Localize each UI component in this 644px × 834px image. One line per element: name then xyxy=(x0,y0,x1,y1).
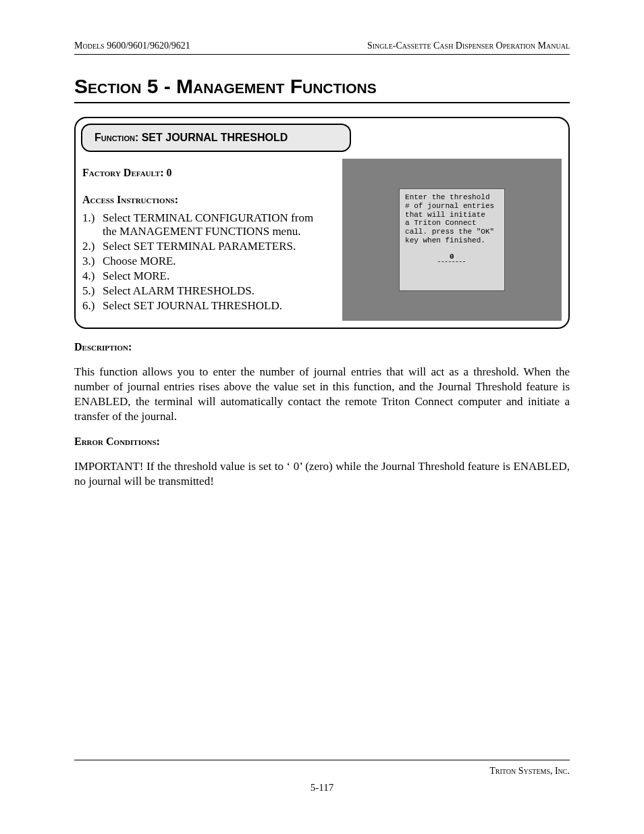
error-conditions-label: Error Conditions: xyxy=(74,436,570,448)
instruction-item: 3.)Choose MORE. xyxy=(82,255,330,268)
header-right: Single-Cassette Cash Dispenser Operation… xyxy=(367,41,570,51)
instruction-number: 5.) xyxy=(82,284,103,298)
factory-default: Factory Default: 0 xyxy=(82,167,330,179)
instruction-item: 6.)Select SET JOURNAL THRESHOLD. xyxy=(82,299,330,313)
section-rule xyxy=(74,102,570,103)
instruction-text: Select TERMINAL CONFIGURATION from the M… xyxy=(103,211,330,238)
instruction-number: 4.) xyxy=(82,269,103,283)
terminal-line: call. press the "OK" xyxy=(405,228,499,236)
function-callout: Function: SET JOURNAL THRESHOLD Factory … xyxy=(74,117,570,329)
callout-left: Factory Default: 0 Access Instructions: … xyxy=(82,159,330,321)
factory-default-value: 0 xyxy=(167,167,172,178)
instruction-item: 1.)Select TERMINAL CONFIGURATION from th… xyxy=(82,211,330,238)
section-title: Section 5 - Management Functions xyxy=(74,75,570,98)
instruction-number: 2.) xyxy=(82,240,103,253)
page-footer: Triton Systems, Inc. 5-117 xyxy=(74,760,570,793)
factory-default-label: Factory Default: xyxy=(82,167,164,178)
terminal-inner: Enter the threshold # of journal entries… xyxy=(399,188,505,290)
instruction-item: 4.)Select MORE. xyxy=(82,269,330,283)
page-number: 5-117 xyxy=(74,782,570,793)
access-instructions-label: Access Instructions: xyxy=(82,194,330,206)
terminal-screenshot: Enter the threshold # of journal entries… xyxy=(342,159,562,321)
instruction-text: Choose MORE. xyxy=(103,255,176,268)
instruction-text: Select SET TERMINAL PARAMETERS. xyxy=(103,240,296,253)
error-conditions-text: IMPORTANT! If the threshold value is set… xyxy=(74,459,570,489)
function-title-tab: Function: SET JOURNAL THRESHOLD xyxy=(81,124,351,152)
instruction-item: 2.)Select SET TERMINAL PARAMETERS. xyxy=(82,240,330,253)
footer-row: Triton Systems, Inc. xyxy=(74,766,570,777)
instruction-text: Select SET JOURNAL THRESHOLD. xyxy=(103,299,282,313)
manual-page: Models 9600/9601/9620/9621 Single-Casset… xyxy=(0,0,644,834)
function-name: SET JOURNAL THRESHOLD xyxy=(142,132,288,143)
terminal-line: a Triton Connect xyxy=(405,219,499,228)
header-rule xyxy=(74,54,570,55)
function-label-prefix: Function: xyxy=(95,132,138,143)
instruction-text: Select MORE. xyxy=(103,269,169,283)
header-left: Models 9600/9601/9620/9621 xyxy=(74,41,190,51)
terminal-value: 0 xyxy=(438,253,465,262)
terminal-line: key when finished. xyxy=(405,236,499,245)
terminal-line: that will initiate xyxy=(405,211,499,219)
instruction-number: 1.) xyxy=(82,211,103,238)
footer-rule xyxy=(74,760,570,760)
description-text: This function allows you to enter the nu… xyxy=(74,365,570,424)
instruction-number: 3.) xyxy=(82,255,103,268)
running-header: Models 9600/9601/9620/9621 Single-Casset… xyxy=(74,41,570,51)
instruction-number: 6.) xyxy=(82,299,103,313)
description-label: Description: xyxy=(74,341,570,353)
access-instructions-list: 1.)Select TERMINAL CONFIGURATION from th… xyxy=(82,211,330,313)
callout-right: Enter the threshold # of journal entries… xyxy=(342,159,562,321)
footer-company: Triton Systems, Inc. xyxy=(489,766,570,777)
terminal-line: Enter the threshold xyxy=(405,193,499,202)
callout-body: Factory Default: 0 Access Instructions: … xyxy=(82,159,562,321)
terminal-line: # of journal entries xyxy=(405,202,499,211)
instruction-item: 5.)Select ALARM THRESHOLDS. xyxy=(82,284,330,298)
instruction-text: Select ALARM THRESHOLDS. xyxy=(103,284,254,298)
